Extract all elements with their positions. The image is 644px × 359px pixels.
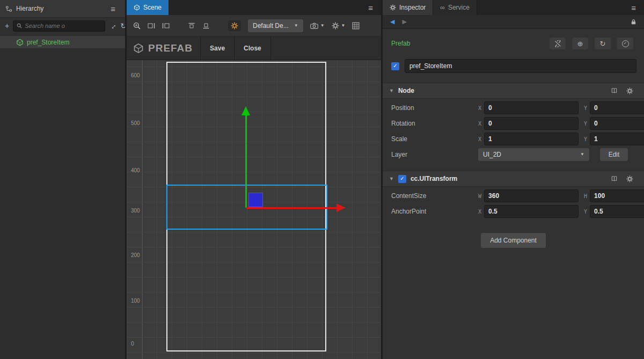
tab-service[interactable]: ∞ Service [433,0,477,15]
docs-book-icon[interactable] [611,175,618,182]
tree-item-pref-storeitem[interactable]: pref_StoreItem [0,36,125,48]
hierarchy-menu-icon[interactable]: ≡ [111,5,115,13]
scale-x-input[interactable] [484,133,579,145]
property-label: AnchorPoint [391,208,478,215]
scene-menu-icon[interactable]: ≡ [368,4,381,12]
prefab-bar-title-group: PREFAB [127,36,200,60]
x-axis-arrowhead[interactable] [336,203,346,212]
property-label: Rotation [391,120,478,127]
snap-settings-icon[interactable] [228,20,241,31]
anchorpoint-x-input[interactable] [484,205,579,218]
tab-scene[interactable]: Scene [127,0,169,15]
rotation-y-input[interactable] [590,117,644,130]
layer-dropdown[interactable]: UI_2D ▼ [478,148,589,161]
apply-prefab-button[interactable]: ✓ [617,38,633,49]
scene-tab-icon [134,4,140,11]
tab-inspector[interactable]: Inspector [383,0,433,15]
restore-prefab-button[interactable]: ↻ [595,38,611,49]
x-axis-gizmo[interactable] [246,207,338,209]
fold-arrow-icon[interactable]: ▼ [389,177,394,181]
check-icon: ✓ [624,41,627,46]
ruler-label: 400 [131,167,140,173]
layer-dropdown-value: UI_2D [483,151,501,158]
node-name-row: ✓ [383,55,644,76]
check-circle-icon: ✓ [622,40,629,47]
rotation-row: Rotation X Y Z [383,117,644,130]
rotation-x-input[interactable] [484,117,579,130]
locate-prefab-asset-button[interactable]: ⊕ [572,38,588,49]
prefab-edit-bar: PREFAB Save Close [127,36,381,60]
node-gizmo[interactable] [248,193,263,207]
inspector-tabbar: Inspector ∞ Service ≡ [383,0,644,15]
expand-all-icon[interactable]: ↔ [107,20,118,31]
unlink-prefab-button[interactable] [550,38,566,49]
history-back-button[interactable]: ◀ [390,19,394,25]
resolution-dropdown[interactable]: Default De... ▼ [248,19,303,32]
hierarchy-search-input[interactable] [25,23,101,29]
chevron-down-icon: ▼ [294,24,298,28]
property-label: ContentSize [391,192,478,200]
search-icon [17,23,22,28]
node-name-input[interactable] [405,59,636,73]
align-left-tool-icon[interactable] [148,23,155,29]
scene-viewport[interactable]: 600 500 400 300 200 100 0 PREFAB [127,36,381,359]
camera-icon [310,23,318,29]
axis-label-y: Y [584,209,587,215]
zoom-tool-icon[interactable] [133,22,141,30]
reset-icon: ↻ [600,40,606,47]
ruler-label: 600 [131,72,140,78]
create-node-button[interactable]: + [5,22,9,30]
node-section-header[interactable]: ▼ Node [383,83,644,99]
axis-label-x: X [478,121,481,127]
divider [270,36,271,60]
align-top-icon[interactable] [188,23,195,29]
property-label: Scale [391,135,478,143]
prefab-cube-icon [16,39,24,46]
uitransform-section-header[interactable]: ▼ ✓ cc.UITransform [383,171,644,187]
prefab-mode-title: PREFAB [148,42,193,54]
service-tab-label: Service [448,4,470,11]
axis-label-y: Y [584,136,587,142]
history-forward-button[interactable]: ▶ [402,19,406,25]
ruler-label: 500 [131,120,140,126]
prefab-save-button[interactable]: Save [201,36,234,60]
prefab-asset-row: Prefab ⊕ ↻ ✓ [383,32,644,55]
axis-label-x: X [478,105,481,111]
y-axis-arrowhead[interactable] [241,106,250,115]
lock-icon[interactable] [631,19,636,25]
position-x-input[interactable] [484,101,579,114]
hierarchy-search-box[interactable] [13,20,105,32]
gear-icon[interactable] [626,87,633,94]
property-label: Layer [391,151,478,158]
minimap-toggle-icon[interactable] [352,22,360,30]
gizmo-settings-dropdown[interactable]: ▼ [332,22,346,30]
chevron-down-icon: ▼ [341,24,346,28]
layer-edit-button[interactable]: Edit [600,148,628,161]
add-component-button[interactable]: Add Component [481,233,546,248]
section-header-icons [611,87,633,94]
layer-fields: UI_2D ▼ Edit [478,148,628,161]
docs-book-icon[interactable] [611,87,618,94]
scene-tab-label: Scene [143,4,162,11]
align-bottom-icon[interactable] [202,23,210,29]
uitransform-enabled-checkbox[interactable]: ✓ [398,175,406,183]
ruler-label: 300 [131,208,140,214]
position-y-input[interactable] [590,101,644,114]
gear-icon[interactable] [626,175,633,182]
contentsize-h-input[interactable] [590,189,644,202]
contentsize-w-input[interactable] [484,189,579,202]
scale-y-input[interactable] [590,133,644,145]
locate-icon: ⊕ [577,40,583,47]
node-section-title: Node [398,87,606,94]
node-active-checkbox[interactable]: ✓ [391,62,399,70]
scale-row: Scale X Y Z [383,133,644,145]
y-axis-gizmo[interactable] [245,115,247,208]
ruler-label: 0 [131,341,134,347]
hierarchy-tree: pref_StoreItem [0,34,125,359]
fold-arrow-icon[interactable]: ▼ [389,89,394,93]
prefab-close-button[interactable]: Close [235,36,270,60]
camera-dropdown[interactable]: ▼ [310,23,325,29]
inspector-menu-icon[interactable]: ≡ [631,4,644,12]
anchorpoint-y-input[interactable] [590,205,644,218]
align-right-tool-icon[interactable] [162,23,170,29]
